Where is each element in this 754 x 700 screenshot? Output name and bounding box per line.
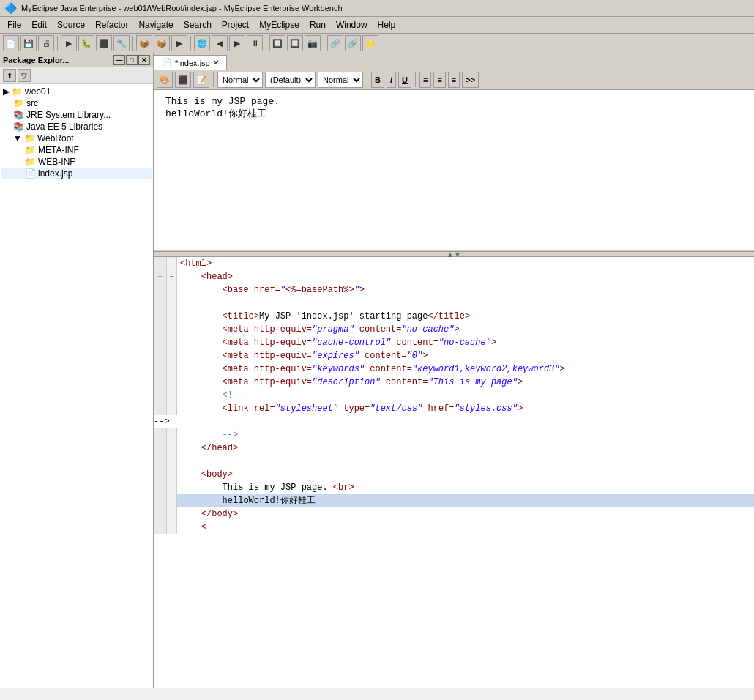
line-gutter [154, 442, 167, 455]
play-btn[interactable]: ▶ [229, 35, 245, 51]
line-gutter [154, 494, 167, 507]
toolbar-btn-11[interactable]: 🔲 [287, 35, 303, 51]
more-format-btn[interactable]: >> [462, 72, 479, 88]
debug-button[interactable]: 🐛 [78, 35, 94, 51]
align-left-btn[interactable]: ≡ [419, 72, 431, 88]
new-button[interactable]: 📄 [3, 35, 19, 51]
toolbar-btn-3[interactable]: ⬛ [96, 35, 112, 51]
menu-help[interactable]: Help [373, 18, 400, 31]
tree-item-jre[interactable]: 📚 JRE System Library... [1, 109, 152, 121]
toolbar-btn-8[interactable]: ◀ [212, 35, 228, 51]
source-view-btn[interactable]: 📝 [193, 72, 209, 88]
tree-item-index-jsp[interactable]: 📄 index.jsp [1, 168, 152, 179]
tree-item-src[interactable]: 📁 src [1, 97, 152, 109]
menu-refactor[interactable]: Refactor [91, 18, 132, 31]
menu-project[interactable]: Project [217, 18, 253, 31]
collapse-toggle [167, 455, 177, 468]
print-button[interactable]: 🖨 [38, 35, 54, 51]
bold-btn[interactable]: B [371, 72, 384, 88]
browser-btn[interactable]: 🌐 [194, 35, 210, 51]
tree-menu-btn[interactable]: ▽ [18, 69, 31, 82]
source-line-html: <html> [154, 257, 754, 270]
tree-toolbar: ⬆ ▽ [0, 67, 153, 84]
tree-item-web-inf[interactable]: 📁 WEB-INF [1, 156, 152, 168]
line-content: <html> [177, 257, 754, 270]
line-gutter [154, 521, 167, 534]
line-content [177, 297, 754, 310]
collapse-toggle [167, 323, 177, 336]
main-toolbar: 📄 💾 🖨 ▶ 🐛 ⬛ 🔧 📦 📦 ▶ 🌐 ◀ ▶ ⏸ 🔲 🔲 📷 🔗 🔗 ⭐ [0, 34, 754, 53]
style-select-2[interactable]: Normal [318, 72, 363, 88]
line-gutter [154, 389, 167, 402]
line-gutter: − [154, 270, 167, 283]
collapse-toggle[interactable] [167, 257, 177, 270]
app-icon: 🔷 [4, 2, 17, 14]
run-config-button[interactable]: ▶ [61, 35, 77, 51]
toolbar-btn-4[interactable]: 🔧 [113, 35, 130, 51]
source-line-meta1: <meta http-equiv="pragma" content="no-ca… [154, 323, 754, 336]
toolbar-btn-13[interactable]: 🔗 [327, 35, 343, 51]
maximize-panel-btn[interactable]: □ [126, 55, 138, 65]
toolbar-btn-7[interactable]: ▶ [171, 35, 187, 51]
save-button[interactable]: 💾 [20, 35, 37, 51]
source-line-body-text1: This is my JSP page. <br> [154, 481, 754, 494]
tree-item-meta-inf[interactable]: 📁 META-INF [1, 144, 152, 156]
minimize-panel-btn[interactable]: — [113, 55, 125, 65]
toolbar-sep-3 [190, 36, 191, 51]
line-gutter [154, 507, 167, 521]
collapse-toggle [167, 283, 177, 297]
line-content: <link rel="stylesheet" type="text/css" h… [177, 402, 754, 415]
line-gutter [154, 297, 167, 310]
collapse-toggle [167, 481, 177, 494]
toolbar-btn-12[interactable]: 📷 [305, 35, 321, 51]
toolbar-btn-9[interactable]: ⏸ [247, 35, 263, 51]
menu-myeclipse[interactable]: MyEclipse [255, 18, 304, 31]
menu-window[interactable]: Window [332, 18, 372, 31]
line-content: <!-- [177, 389, 754, 402]
toolbar-btn-10[interactable]: 🔲 [269, 35, 285, 51]
tree-item-web01[interactable]: ▶ 📁 web01 [1, 86, 152, 97]
split-view-btn[interactable]: ⬛ [175, 72, 191, 88]
style-select-1[interactable]: Normal [217, 72, 263, 88]
line-content: < [177, 521, 754, 534]
tab-close-btn[interactable]: ✕ [213, 59, 219, 67]
menu-search[interactable]: Search [179, 18, 216, 31]
line-content: <meta http-equiv="expires" content="0"> [177, 349, 754, 362]
menu-navigate[interactable]: Navigate [134, 18, 177, 31]
toolbar-btn-6[interactable]: 📦 [154, 35, 170, 51]
menu-source[interactable]: Source [53, 18, 89, 31]
line-gutter [154, 310, 167, 323]
source-pane[interactable]: <html> − − <head> <base href="<%=basePat… [154, 257, 754, 688]
tab-index-jsp[interactable]: 📄 *index.jsp ✕ [154, 55, 227, 70]
close-panel-btn[interactable]: ✕ [138, 55, 150, 65]
line-gutter [154, 283, 167, 297]
preview-line-2: helloWorld!你好桂工 [165, 108, 266, 119]
toolbar-btn-14[interactable]: 🔗 [345, 35, 361, 51]
menu-edit[interactable]: Edit [27, 18, 51, 31]
italic-btn[interactable]: I [387, 72, 396, 88]
jre-icon: 📚 [13, 110, 24, 120]
line-content [177, 455, 754, 468]
tree-item-javaee[interactable]: 📚 Java EE 5 Libraries [1, 121, 152, 133]
font-select[interactable]: (Default) [265, 72, 316, 88]
underline-btn[interactable]: U [398, 72, 411, 88]
align-right-btn[interactable]: ≡ [448, 72, 460, 88]
tree-item-webroot[interactable]: ▼ 📁 WebRoot [1, 133, 152, 144]
toolbar-btn-15[interactable]: ⭐ [362, 35, 378, 51]
toolbar-btn-5[interactable]: 📦 [136, 35, 152, 51]
toolbar-sep-4 [266, 36, 266, 51]
menu-file[interactable]: File [3, 18, 26, 31]
menu-run[interactable]: Run [305, 18, 330, 31]
source-line-empty2 [154, 455, 754, 468]
tree-label-web01: web01 [25, 86, 51, 97]
collapse-all-btn[interactable]: ⬆ [3, 69, 16, 82]
source-line-empty1 [154, 297, 754, 310]
design-view-btn[interactable]: 🎨 [157, 72, 173, 88]
line-gutter: − [154, 468, 167, 481]
collapse-toggle[interactable]: − [167, 468, 177, 481]
pane-splitter[interactable]: ▲▼ [154, 251, 754, 257]
align-center-btn[interactable]: ≡ [433, 72, 445, 88]
collapse-toggle[interactable]: − [167, 270, 177, 283]
meta-inf-icon: 📁 [25, 145, 36, 155]
javaee-icon: 📚 [13, 122, 24, 132]
